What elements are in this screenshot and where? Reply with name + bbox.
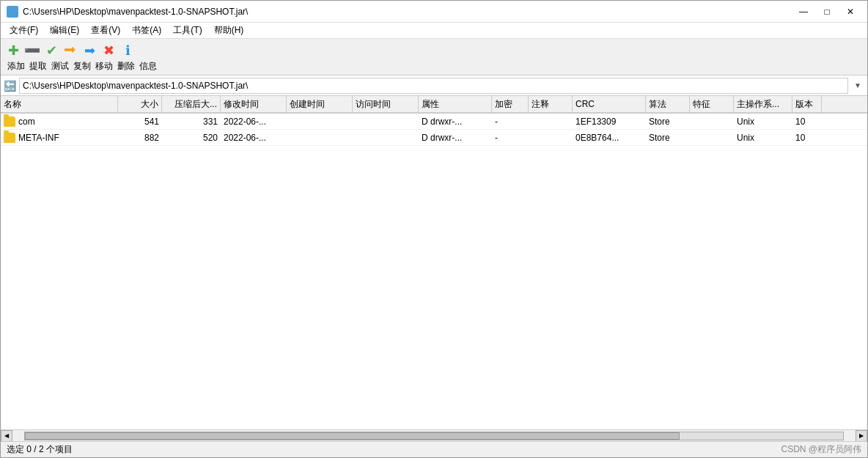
address-bar: 🔙 ▼: [1, 75, 867, 96]
file-cell: Unix: [734, 114, 792, 129]
file-cell: [690, 130, 734, 145]
col-header-feature[interactable]: 特征: [690, 96, 734, 112]
minimize-button[interactable]: —: [792, 4, 814, 19]
file-cell: 882: [118, 130, 162, 145]
file-cell: 0E8B764...: [573, 130, 646, 145]
toolbar-labels: 添加 提取 测试 复制 移动 删除 信息: [5, 59, 863, 73]
col-header-compressed[interactable]: 压缩后大...: [162, 96, 221, 112]
file-cell: 10: [792, 114, 822, 129]
delete-label[interactable]: 删除: [117, 60, 136, 73]
window-title: C:\Users\HP\Desktop\mavenpacktest-1.0-SN…: [23, 7, 248, 17]
col-header-algorithm[interactable]: 算法: [646, 96, 690, 112]
extract-icon[interactable]: ➖: [24, 43, 40, 59]
move-icon[interactable]: ➡: [81, 43, 98, 59]
col-header-name[interactable]: 名称: [1, 96, 118, 112]
status-bar: 选定 0 / 2 个项目 CSDN @程序员阿伟: [1, 441, 867, 457]
column-header: 名称 大小 压缩后大... 修改时间 创建时间 访问时间 属性 加密 注释 CR…: [1, 96, 867, 114]
col-header-accessed[interactable]: 访问时间: [353, 96, 419, 112]
col-header-attr[interactable]: 属性: [419, 96, 492, 112]
folder-icon: [4, 117, 15, 127]
file-name: com: [18, 117, 35, 127]
col-header-created[interactable]: 创建时间: [287, 96, 353, 112]
file-cell: [529, 114, 573, 129]
file-cell: [287, 114, 353, 129]
col-header-comment[interactable]: 注释: [529, 96, 573, 112]
main-window: C:\Users\HP\Desktop\mavenpacktest-1.0-SN…: [0, 0, 868, 458]
col-header-crc[interactable]: CRC: [573, 96, 646, 112]
status-watermark: CSDN @程序员阿伟: [781, 443, 861, 456]
file-name-cell: com: [1, 114, 118, 129]
file-cell: Store: [646, 114, 690, 129]
delete-icon[interactable]: ✖: [100, 43, 117, 59]
scroll-right-button[interactable]: ▶: [856, 430, 867, 442]
folder-icon: [4, 133, 15, 143]
file-cell: -: [492, 114, 529, 129]
file-cell: [287, 130, 353, 145]
col-header-version[interactable]: 版本: [792, 96, 822, 112]
file-cell: [529, 130, 573, 145]
menu-view[interactable]: 查看(V): [85, 23, 126, 38]
app-icon: [7, 6, 18, 18]
col-header-modified[interactable]: 修改时间: [221, 96, 287, 112]
window-controls: — □ ✕: [792, 4, 861, 19]
test-label[interactable]: 测试: [51, 60, 70, 73]
file-cell: Unix: [734, 130, 792, 145]
extract-label[interactable]: 提取: [29, 60, 48, 73]
menu-bar: 文件(F) 编辑(E) 查看(V) 书签(A) 工具(T) 帮助(H): [1, 23, 867, 39]
address-dropdown-icon[interactable]: ▼: [851, 80, 864, 91]
status-selection: 选定 0 / 2 个项目: [7, 443, 73, 456]
move-label[interactable]: 移动: [95, 60, 114, 73]
file-cell: 10: [792, 130, 822, 145]
scrollbar-area: ◀ ▶: [1, 429, 867, 441]
file-name: META-INF: [18, 133, 59, 143]
address-input[interactable]: [19, 78, 848, 94]
col-header-encrypted[interactable]: 加密: [492, 96, 529, 112]
col-header-size[interactable]: 大小: [118, 96, 162, 112]
toolbar: ✚ ➖ ✔ ⮕ ➡ ✖ ℹ 添加 提取 测试 复制 移动 删除 信息: [1, 39, 867, 75]
copy-icon[interactable]: ⮕: [62, 43, 78, 59]
test-icon[interactable]: ✔: [43, 43, 59, 59]
file-cell: 541: [118, 114, 162, 129]
maximize-button[interactable]: □: [816, 4, 838, 19]
info-label[interactable]: 信息: [139, 60, 158, 73]
add-icon[interactable]: ✚: [5, 43, 21, 59]
file-name-cell: META-INF: [1, 130, 118, 145]
scroll-thumb[interactable]: [25, 432, 680, 440]
file-cell: 2022-06-...: [221, 130, 287, 145]
menu-help[interactable]: 帮助(H): [208, 23, 250, 38]
file-cell: [353, 114, 419, 129]
menu-tools[interactable]: 工具(T): [167, 23, 207, 38]
file-cell: 520: [162, 130, 221, 145]
file-cell: D drwxr-...: [419, 130, 492, 145]
toolbar-icons: ✚ ➖ ✔ ⮕ ➡ ✖ ℹ: [5, 42, 863, 59]
file-cell: -: [492, 130, 529, 145]
file-cell: D drwxr-...: [419, 114, 492, 129]
back-icon[interactable]: 🔙: [4, 80, 16, 92]
col-header-os[interactable]: 主操作系...: [734, 96, 792, 112]
file-cell: [690, 114, 734, 129]
file-cell: Store: [646, 130, 690, 145]
info-icon[interactable]: ℹ: [119, 43, 136, 59]
file-cell: 1EF13309: [573, 114, 646, 129]
file-cell: [353, 130, 419, 145]
add-label[interactable]: 添加: [7, 60, 26, 73]
menu-file[interactable]: 文件(F): [4, 23, 44, 38]
table-row[interactable]: com5413312022-06-...D drwxr-...-1EF13309…: [1, 114, 867, 130]
menu-bookmark[interactable]: 书签(A): [126, 23, 167, 38]
horizontal-scrollbar[interactable]: [24, 432, 844, 440]
file-cell: 2022-06-...: [221, 114, 287, 129]
file-cell: 331: [162, 114, 221, 129]
title-bar-left: C:\Users\HP\Desktop\mavenpacktest-1.0-SN…: [7, 6, 248, 18]
title-bar: C:\Users\HP\Desktop\mavenpacktest-1.0-SN…: [1, 1, 867, 23]
file-list: com5413312022-06-...D drwxr-...-1EF13309…: [1, 114, 867, 429]
copy-label[interactable]: 复制: [73, 60, 92, 73]
scroll-left-button[interactable]: ◀: [1, 430, 12, 442]
menu-edit[interactable]: 编辑(E): [44, 23, 85, 38]
close-button[interactable]: ✕: [839, 4, 861, 19]
table-row[interactable]: META-INF8825202022-06-...D drwxr-...-0E8…: [1, 130, 867, 146]
